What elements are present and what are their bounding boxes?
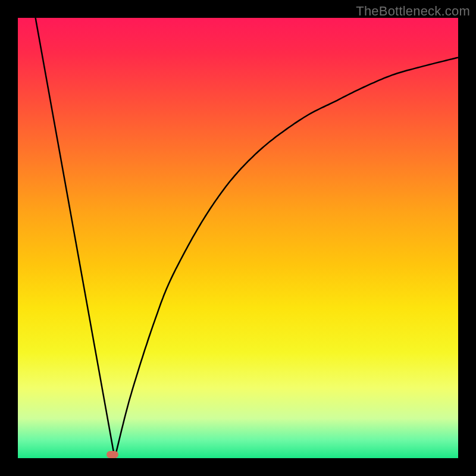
watermark-text: TheBottleneck.com [356,4,470,19]
curve-right-branch [115,58,458,458]
curve-layer [18,18,458,458]
curve-left-branch [36,18,115,458]
chart-frame: TheBottleneck.com [0,0,476,476]
chart-marker [107,451,118,458]
